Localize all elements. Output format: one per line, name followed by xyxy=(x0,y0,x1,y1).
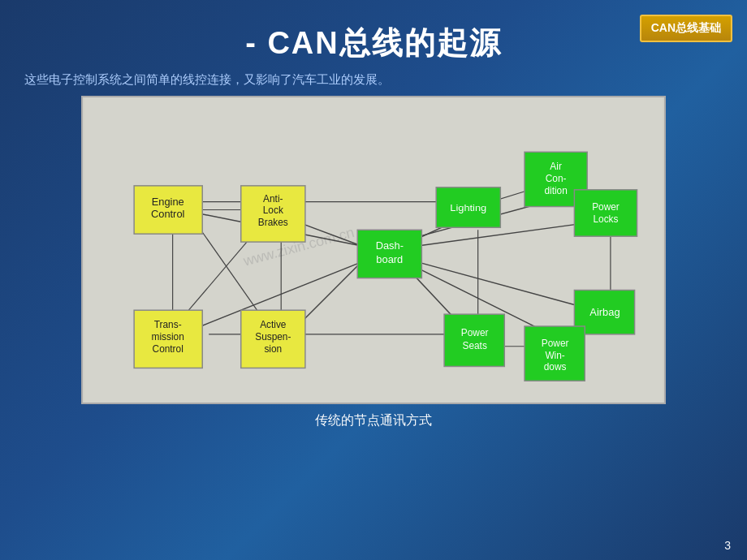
svg-text:board: board xyxy=(376,253,403,265)
svg-text:Dash-: Dash- xyxy=(376,239,404,252)
svg-text:Active: Active xyxy=(260,319,287,330)
svg-text:Control: Control xyxy=(151,208,184,220)
svg-text:Power: Power xyxy=(542,338,569,349)
page-title: - CAN总线的起源 xyxy=(0,0,747,72)
svg-text:Anti-: Anti- xyxy=(263,193,283,205)
svg-text:dition: dition xyxy=(544,185,567,196)
svg-text:Locks: Locks xyxy=(593,213,618,225)
diagram-caption: 传统的节点通讯方式 xyxy=(0,412,747,429)
svg-text:Con-: Con- xyxy=(546,173,567,184)
svg-text:Seats: Seats xyxy=(463,340,487,351)
diagram-container: www.zixin.com.cn xyxy=(81,96,666,404)
svg-text:Control: Control xyxy=(153,343,184,355)
subtitle-text: 这些电子控制系统之间简单的线控连接，又影响了汽车工业的发展。 xyxy=(0,72,747,96)
svg-text:Air: Air xyxy=(550,161,562,172)
svg-text:Engine: Engine xyxy=(152,196,184,208)
svg-text:Airbag: Airbag xyxy=(589,306,620,318)
page-number: 3 xyxy=(724,539,731,552)
svg-text:Win-: Win- xyxy=(545,350,564,361)
svg-text:Power: Power xyxy=(592,201,620,213)
svg-text:Trans-: Trans- xyxy=(154,319,182,330)
svg-text:Lock: Lock xyxy=(263,205,283,216)
svg-text:dows: dows xyxy=(544,361,567,373)
svg-text:mission: mission xyxy=(152,331,184,342)
svg-text:Brakes: Brakes xyxy=(258,217,288,228)
svg-text:Power: Power xyxy=(461,327,489,338)
can-badge: CAN总线基础 xyxy=(640,15,732,42)
diagram-svg: www.zixin.com.cn xyxy=(83,97,664,403)
svg-text:Suspen-: Suspen- xyxy=(255,331,291,342)
svg-text:sion: sion xyxy=(264,343,282,355)
svg-text:Lighting: Lighting xyxy=(450,202,486,214)
